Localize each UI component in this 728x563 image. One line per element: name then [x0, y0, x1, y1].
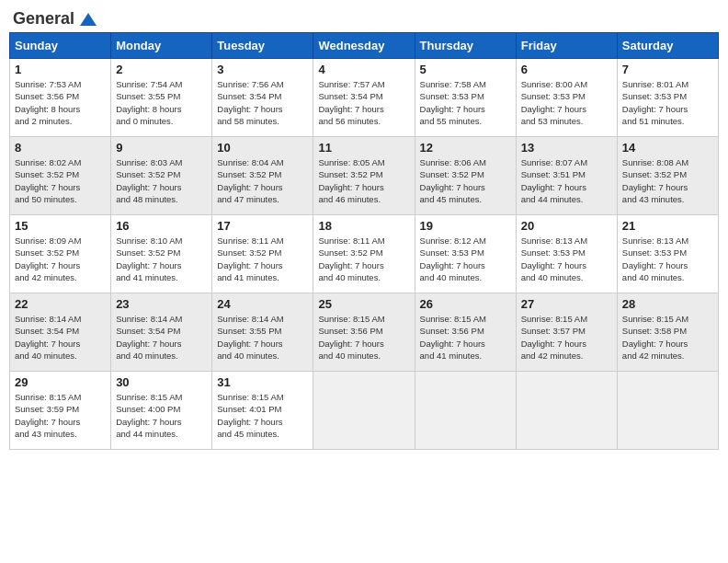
calendar-cell: 21Sunrise: 8:13 AMSunset: 3:53 PMDayligh… — [617, 215, 718, 293]
calendar-cell: 18Sunrise: 8:11 AMSunset: 3:52 PMDayligh… — [313, 215, 415, 293]
calendar-cell: 20Sunrise: 8:13 AMSunset: 3:53 PMDayligh… — [516, 215, 617, 293]
day-info: Sunrise: 8:15 AMSunset: 3:56 PMDaylight:… — [318, 314, 384, 361]
day-info: Sunrise: 8:13 AMSunset: 3:53 PMDaylight:… — [622, 236, 688, 282]
calendar-cell: 11Sunrise: 8:05 AMSunset: 3:52 PMDayligh… — [313, 137, 415, 215]
day-number: 5 — [420, 63, 511, 76]
day-info: Sunrise: 8:03 AMSunset: 3:52 PMDaylight:… — [116, 157, 182, 204]
calendar-header-row: SundayMondayTuesdayWednesdayThursdayFrid… — [10, 33, 719, 59]
calendar-cell: 10Sunrise: 8:04 AMSunset: 3:52 PMDayligh… — [212, 137, 313, 215]
day-number: 7 — [622, 63, 713, 76]
day-info: Sunrise: 8:10 AMSunset: 3:52 PMDaylight:… — [116, 236, 182, 282]
calendar-week-3: 15Sunrise: 8:09 AMSunset: 3:52 PMDayligh… — [10, 215, 719, 293]
day-number: 16 — [116, 219, 207, 233]
day-number: 4 — [318, 63, 409, 76]
svg-marker-0 — [80, 13, 97, 26]
day-number: 21 — [622, 219, 713, 233]
calendar-cell — [313, 372, 415, 450]
day-number: 8 — [15, 141, 106, 155]
day-info: Sunrise: 7:56 AMSunset: 3:54 PMDaylight:… — [217, 79, 283, 126]
header-thursday: Thursday — [415, 33, 516, 59]
header-monday: Monday — [111, 33, 212, 59]
day-info: Sunrise: 8:14 AMSunset: 3:54 PMDaylight:… — [15, 314, 81, 361]
calendar-cell: 16Sunrise: 8:10 AMSunset: 3:52 PMDayligh… — [111, 215, 212, 293]
day-number: 12 — [420, 141, 511, 155]
day-info: Sunrise: 8:04 AMSunset: 3:52 PMDaylight:… — [217, 157, 283, 204]
calendar-week-1: 1Sunrise: 7:53 AMSunset: 3:56 PMDaylight… — [10, 59, 719, 137]
calendar-cell: 17Sunrise: 8:11 AMSunset: 3:52 PMDayligh… — [212, 215, 313, 293]
day-info: Sunrise: 8:15 AMSunset: 3:57 PMDaylight:… — [521, 314, 587, 361]
calendar-cell: 26Sunrise: 8:15 AMSunset: 3:56 PMDayligh… — [415, 293, 516, 372]
day-number: 11 — [318, 141, 409, 155]
calendar-cell: 19Sunrise: 8:12 AMSunset: 3:53 PMDayligh… — [415, 215, 516, 293]
day-info: Sunrise: 8:15 AMSunset: 4:01 PMDaylight:… — [217, 392, 283, 439]
calendar-cell: 24Sunrise: 8:14 AMSunset: 3:55 PMDayligh… — [212, 293, 313, 372]
calendar-week-5: 29Sunrise: 8:15 AMSunset: 3:59 PMDayligh… — [10, 372, 719, 450]
calendar-cell: 13Sunrise: 8:07 AMSunset: 3:51 PMDayligh… — [516, 137, 617, 215]
calendar-cell: 1Sunrise: 7:53 AMSunset: 3:56 PMDaylight… — [10, 59, 111, 137]
day-number: 15 — [15, 219, 106, 233]
day-info: Sunrise: 8:02 AMSunset: 3:52 PMDaylight:… — [15, 157, 81, 204]
header-tuesday: Tuesday — [212, 33, 313, 59]
day-info: Sunrise: 8:05 AMSunset: 3:52 PMDaylight:… — [318, 157, 384, 204]
day-number: 9 — [116, 141, 207, 155]
calendar-cell: 6Sunrise: 8:00 AMSunset: 3:53 PMDaylight… — [516, 59, 617, 137]
page-header: General — [9, 9, 719, 25]
day-info: Sunrise: 8:09 AMSunset: 3:52 PMDaylight:… — [15, 236, 81, 282]
day-number: 23 — [116, 297, 207, 311]
day-info: Sunrise: 8:08 AMSunset: 3:52 PMDaylight:… — [622, 157, 688, 204]
day-number: 10 — [217, 141, 308, 155]
day-info: Sunrise: 8:14 AMSunset: 3:54 PMDaylight:… — [116, 314, 182, 361]
logo-icon — [78, 11, 98, 28]
day-number: 20 — [521, 219, 612, 233]
day-number: 6 — [521, 63, 612, 76]
day-info: Sunrise: 8:15 AMSunset: 3:58 PMDaylight:… — [622, 314, 688, 361]
day-number: 27 — [521, 297, 612, 311]
logo-general: General — [13, 9, 74, 29]
day-info: Sunrise: 8:11 AMSunset: 3:52 PMDaylight:… — [318, 236, 384, 282]
day-info: Sunrise: 8:13 AMSunset: 3:53 PMDaylight:… — [521, 236, 587, 282]
header-wednesday: Wednesday — [313, 33, 415, 59]
header-friday: Friday — [516, 33, 617, 59]
day-info: Sunrise: 8:07 AMSunset: 3:51 PMDaylight:… — [521, 157, 587, 204]
calendar-cell: 3Sunrise: 7:56 AMSunset: 3:54 PMDaylight… — [212, 59, 313, 137]
day-number: 26 — [420, 297, 511, 311]
calendar-cell: 25Sunrise: 8:15 AMSunset: 3:56 PMDayligh… — [313, 293, 415, 372]
day-number: 19 — [420, 219, 511, 233]
day-number: 3 — [217, 63, 308, 76]
calendar-cell: 31Sunrise: 8:15 AMSunset: 4:01 PMDayligh… — [212, 372, 313, 450]
day-info: Sunrise: 7:57 AMSunset: 3:54 PMDaylight:… — [318, 79, 384, 126]
day-info: Sunrise: 8:15 AMSunset: 3:59 PMDaylight:… — [15, 392, 81, 439]
day-info: Sunrise: 8:15 AMSunset: 4:00 PMDaylight:… — [116, 392, 182, 439]
day-info: Sunrise: 8:06 AMSunset: 3:52 PMDaylight:… — [420, 157, 486, 204]
calendar-cell — [617, 372, 718, 450]
calendar-week-2: 8Sunrise: 8:02 AMSunset: 3:52 PMDaylight… — [10, 137, 719, 215]
day-number: 29 — [15, 375, 106, 389]
day-number: 31 — [217, 375, 308, 389]
day-number: 28 — [622, 297, 713, 311]
day-info: Sunrise: 8:11 AMSunset: 3:52 PMDaylight:… — [217, 236, 283, 282]
calendar-cell: 22Sunrise: 8:14 AMSunset: 3:54 PMDayligh… — [10, 293, 111, 372]
calendar-table: SundayMondayTuesdayWednesdayThursdayFrid… — [9, 32, 719, 450]
logo: General — [13, 9, 98, 25]
day-info: Sunrise: 8:12 AMSunset: 3:53 PMDaylight:… — [420, 236, 486, 282]
calendar-cell: 29Sunrise: 8:15 AMSunset: 3:59 PMDayligh… — [10, 372, 111, 450]
calendar-week-4: 22Sunrise: 8:14 AMSunset: 3:54 PMDayligh… — [10, 293, 719, 372]
calendar-cell: 23Sunrise: 8:14 AMSunset: 3:54 PMDayligh… — [111, 293, 212, 372]
calendar-cell: 2Sunrise: 7:54 AMSunset: 3:55 PMDaylight… — [111, 59, 212, 137]
day-number: 13 — [521, 141, 612, 155]
day-number: 18 — [318, 219, 409, 233]
calendar-cell — [516, 372, 617, 450]
day-info: Sunrise: 7:58 AMSunset: 3:53 PMDaylight:… — [420, 79, 486, 126]
calendar-cell: 27Sunrise: 8:15 AMSunset: 3:57 PMDayligh… — [516, 293, 617, 372]
day-number: 25 — [318, 297, 409, 311]
day-info: Sunrise: 8:01 AMSunset: 3:53 PMDaylight:… — [622, 79, 688, 126]
calendar-cell: 15Sunrise: 8:09 AMSunset: 3:52 PMDayligh… — [10, 215, 111, 293]
calendar-cell: 8Sunrise: 8:02 AMSunset: 3:52 PMDaylight… — [10, 137, 111, 215]
day-info: Sunrise: 7:54 AMSunset: 3:55 PMDaylight:… — [116, 79, 182, 126]
day-number: 24 — [217, 297, 308, 311]
calendar-cell: 4Sunrise: 7:57 AMSunset: 3:54 PMDaylight… — [313, 59, 415, 137]
day-number: 30 — [116, 375, 207, 389]
day-number: 14 — [622, 141, 713, 155]
header-saturday: Saturday — [617, 33, 718, 59]
calendar-cell — [415, 372, 516, 450]
